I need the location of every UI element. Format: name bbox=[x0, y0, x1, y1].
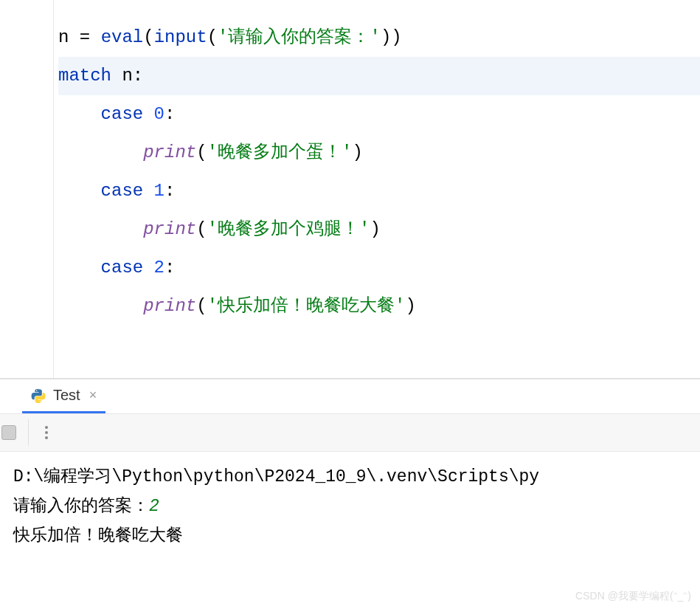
code-line-1[interactable]: n = eval(input('请输入你的答案：')) bbox=[58, 18, 700, 57]
tab-label: Test bbox=[53, 387, 80, 404]
console-panel: Test × D:\编程学习\Python\python\P2024_10_9\… bbox=[0, 378, 700, 609]
more-actions-icon[interactable] bbox=[45, 426, 48, 439]
console-output[interactable]: D:\编程学习\Python\python\P2024_10_9\.venv\S… bbox=[0, 452, 700, 561]
code-editor: n = eval(input('请输入你的答案：')) match n: cas… bbox=[0, 0, 700, 378]
console-output-line: 快乐加倍！晚餐吃大餐 bbox=[13, 521, 687, 551]
tab-test[interactable]: Test × bbox=[22, 379, 105, 413]
code-line-3[interactable]: case 0: bbox=[58, 95, 700, 134]
code-content[interactable]: n = eval(input('请输入你的答案：')) match n: cas… bbox=[54, 0, 700, 378]
code-line-5[interactable]: case 1: bbox=[58, 172, 700, 210]
python-icon bbox=[31, 388, 47, 404]
console-prompt-line: 请输入你的答案：2 bbox=[13, 492, 687, 521]
code-line-8[interactable]: print('快乐加倍！晚餐吃大餐') bbox=[58, 287, 700, 326]
code-line-6[interactable]: print('晚餐多加个鸡腿！') bbox=[58, 210, 700, 249]
close-icon[interactable]: × bbox=[89, 388, 97, 403]
tab-bar: Test × bbox=[0, 379, 700, 413]
toolbar-divider bbox=[28, 419, 29, 446]
stop-button[interactable] bbox=[1, 425, 16, 440]
code-line-2[interactable]: match n: bbox=[58, 57, 700, 95]
code-line-4[interactable]: print('晚餐多加个蛋！') bbox=[58, 134, 700, 172]
gutter bbox=[0, 0, 54, 378]
code-line-7[interactable]: case 2: bbox=[58, 249, 700, 287]
console-path-line: D:\编程学习\Python\python\P2024_10_9\.venv\S… bbox=[13, 462, 687, 492]
watermark: CSDN @我要学编程(ᵔ_ᵔ) bbox=[575, 590, 691, 603]
console-toolbar bbox=[0, 413, 700, 452]
